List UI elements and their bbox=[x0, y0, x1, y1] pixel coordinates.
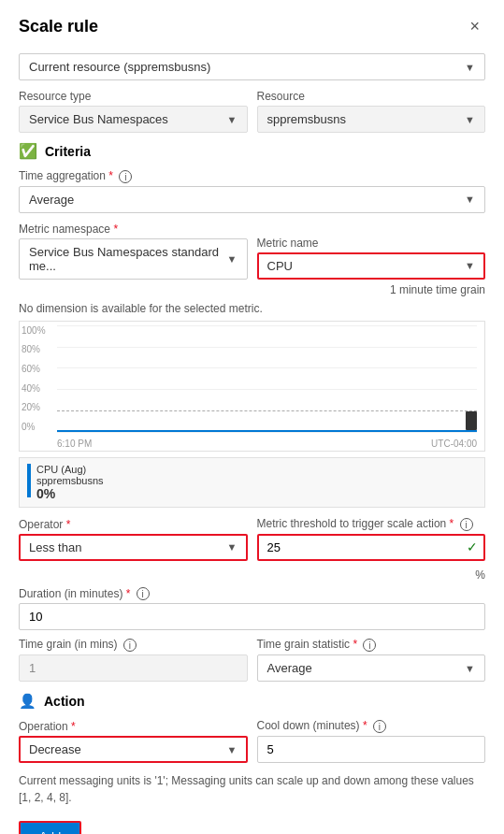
criteria-title: Criteria bbox=[45, 144, 91, 159]
operator-dropdown[interactable]: Less than ▼ bbox=[19, 534, 248, 561]
messaging-note: Current messaging units is '1'; Messagin… bbox=[19, 772, 485, 806]
checkmark-icon: ✓ bbox=[467, 539, 478, 554]
resource-type-value: Service Bus Namespaces bbox=[29, 112, 168, 126]
operation-cool-row: Operation * Decrease ▼ Cool down (minute… bbox=[19, 719, 485, 763]
grid-line-40 bbox=[57, 389, 477, 390]
info-icon[interactable]: i bbox=[373, 720, 386, 733]
metric-namespace-dropdown[interactable]: Service Bus Namespaces standard me... ▼ bbox=[19, 238, 248, 280]
chevron-down-icon: ▼ bbox=[227, 744, 238, 755]
metric-namespace-group: Metric namespace * Service Bus Namespace… bbox=[19, 223, 248, 280]
resource-dropdown: sppremsbusns ▼ bbox=[257, 106, 486, 133]
required-marker: * bbox=[363, 719, 367, 732]
y-label-60: 60% bbox=[22, 364, 46, 374]
time-grain-statistic-value: Average bbox=[267, 661, 312, 675]
time-grain-mins-label: Time grain (in mins) i bbox=[19, 638, 248, 652]
info-icon[interactable]: i bbox=[460, 518, 473, 531]
criteria-section-header: ✅ Criteria bbox=[19, 142, 485, 160]
resource-value: sppremsbusns bbox=[267, 112, 347, 126]
metric-name-group: Metric name CPU ▼ bbox=[257, 237, 486, 280]
y-label-40: 40% bbox=[22, 383, 46, 394]
panel-title: Scale rule bbox=[19, 17, 98, 36]
info-icon[interactable]: i bbox=[119, 170, 132, 183]
action-section-header: 👤 Action bbox=[19, 693, 485, 710]
resource-label: Resource bbox=[257, 90, 486, 103]
cool-down-label: Cool down (minutes) * i bbox=[257, 719, 486, 733]
no-dimension-message: No dimension is available for the select… bbox=[19, 302, 485, 315]
close-button[interactable]: × bbox=[464, 15, 485, 38]
grid-line-0 bbox=[57, 432, 477, 433]
action-title: Action bbox=[44, 694, 85, 709]
metric-name-label: Metric name bbox=[257, 237, 486, 250]
legend-info: CPU (Aug)sppremsbusns 0% bbox=[36, 464, 104, 501]
operation-value: Decrease bbox=[29, 742, 81, 756]
resource-group: Resource sppremsbusns ▼ bbox=[257, 90, 486, 133]
cool-down-input[interactable] bbox=[257, 736, 486, 763]
time-aggregation-group: Time aggregation * i Average ▼ bbox=[19, 169, 485, 213]
add-button[interactable]: Add bbox=[19, 821, 81, 834]
info-icon[interactable]: i bbox=[137, 587, 150, 600]
chart-blue-line bbox=[57, 430, 477, 432]
operation-label: Operation * bbox=[19, 720, 248, 733]
grid-line-100 bbox=[57, 325, 477, 326]
action-section: 👤 Action Operation * Decrease ▼ Cool dow… bbox=[19, 693, 485, 763]
operator-value: Less than bbox=[29, 540, 81, 554]
chevron-down-icon: ▼ bbox=[227, 253, 238, 265]
operator-label: Operator * bbox=[19, 518, 248, 531]
current-resource-dropdown[interactable]: Current resource (sppremsbusns) ▼ bbox=[19, 53, 485, 80]
time-aggregation-label: Time aggregation * i bbox=[19, 169, 485, 183]
y-label-100: 100% bbox=[22, 325, 46, 336]
chevron-down-icon: ▼ bbox=[227, 541, 238, 553]
metric-threshold-input-wrapper: ✓ bbox=[257, 534, 486, 561]
operation-dropdown[interactable]: Decrease ▼ bbox=[19, 736, 248, 763]
time-grain-info: 1 minute time grain bbox=[19, 283, 485, 296]
chart-legend: CPU (Aug)sppremsbusns 0% bbox=[19, 457, 485, 508]
legend-color-bar bbox=[27, 464, 31, 497]
info-icon[interactable]: i bbox=[123, 639, 137, 652]
chart-grid bbox=[57, 325, 477, 432]
scale-rule-panel: Scale rule × Current resource (sppremsbu… bbox=[0, 0, 504, 834]
chevron-down-icon: ▼ bbox=[465, 260, 475, 271]
time-grain-statistic-dropdown[interactable]: Average ▼ bbox=[257, 654, 486, 682]
resource-type-dropdown: Service Bus Namespaces ▼ bbox=[19, 106, 248, 133]
time-aggregation-value: Average bbox=[29, 193, 74, 207]
operator-threshold-row: Operator * Less than ▼ Metric threshold … bbox=[19, 517, 485, 561]
resource-type-group: Resource type Service Bus Namespaces ▼ bbox=[19, 90, 248, 133]
grid-line-80 bbox=[57, 347, 477, 348]
criteria-icon: ✅ bbox=[19, 142, 37, 160]
time-grain-statistic-label: Time grain statistic * i bbox=[257, 638, 486, 652]
time-aggregation-dropdown[interactable]: Average ▼ bbox=[19, 186, 485, 213]
required-marker: * bbox=[108, 169, 113, 182]
operator-group: Operator * Less than ▼ bbox=[19, 518, 248, 561]
panel-header: Scale rule × bbox=[19, 15, 485, 38]
metric-threshold-group: Metric threshold to trigger scale action… bbox=[257, 517, 486, 561]
required-marker: * bbox=[113, 223, 118, 236]
grid-line-60 bbox=[57, 367, 477, 368]
legend-text: CPU (Aug)sppremsbusns bbox=[36, 464, 104, 486]
time-grain-row: Time grain (in mins) i Time grain statis… bbox=[19, 638, 485, 682]
x-label-tz: UTC-04:00 bbox=[431, 439, 477, 449]
chart-data-point bbox=[466, 411, 477, 430]
required-marker: * bbox=[71, 720, 76, 733]
info-icon[interactable]: i bbox=[363, 639, 376, 652]
chart-x-labels: 6:10 PM UTC-04:00 bbox=[57, 439, 477, 449]
chevron-down-icon: ▼ bbox=[227, 114, 238, 125]
operation-group: Operation * Decrease ▼ bbox=[19, 720, 248, 763]
resource-type-resource-row: Resource type Service Bus Namespaces ▼ R… bbox=[19, 90, 485, 133]
x-label-time: 6:10 PM bbox=[57, 439, 92, 449]
chevron-down-icon: ▼ bbox=[465, 62, 475, 73]
chevron-down-icon: ▼ bbox=[465, 663, 475, 674]
duration-input[interactable] bbox=[19, 603, 485, 630]
chevron-down-icon: ▼ bbox=[465, 114, 475, 125]
current-resource-value: Current resource (sppremsbusns) bbox=[29, 60, 210, 74]
required-marker: * bbox=[126, 587, 131, 600]
metric-threshold-input[interactable] bbox=[257, 534, 486, 561]
chart-area: 100% 80% 60% 40% 20% 0% 6:10 PM UTC-04:0… bbox=[19, 321, 485, 452]
cool-down-group: Cool down (minutes) * i bbox=[257, 719, 486, 763]
y-label-80: 80% bbox=[22, 344, 46, 354]
metric-name-value: CPU bbox=[267, 259, 293, 273]
metric-name-dropdown[interactable]: CPU ▼ bbox=[257, 252, 486, 280]
y-label-0: 0% bbox=[22, 422, 46, 432]
resource-type-label: Resource type bbox=[19, 90, 248, 103]
action-icon: 👤 bbox=[19, 693, 36, 710]
duration-label: Duration (in minutes) * i bbox=[19, 587, 485, 601]
